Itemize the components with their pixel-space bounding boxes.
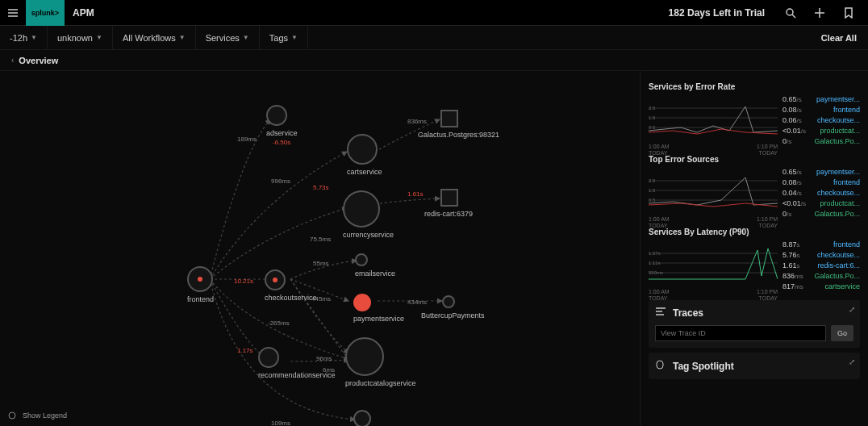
edge-label: 836ms — [407, 118, 427, 125]
svg-text:1.11s: 1.11s — [649, 261, 661, 265]
add-icon[interactable] — [808, 2, 831, 24]
edge-label: 10.21s — [234, 278, 253, 285]
metric-row[interactable]: <0.01/sproductcat... — [782, 198, 860, 209]
edge-label: -265ms — [268, 320, 290, 327]
node-paymentservice[interactable]: paymentservice — [353, 294, 404, 323]
panel-error-sources-title: Top Error Sources — [649, 155, 860, 164]
edge-label: 1.61s — [407, 190, 424, 198]
sparkline-latency[interactable]: 1.67s1.11s550ms 1:00 AM1:10 PM TODAYTODA… — [649, 240, 778, 286]
edge-label: 109ms — [271, 420, 290, 426]
edge-label: 434ms — [407, 299, 427, 306]
splunk-logo[interactable]: splunk> — [26, 0, 65, 26]
edge-label: 96ms — [316, 355, 332, 362]
svg-text:0.5: 0.5 — [649, 198, 656, 203]
node-emailservice[interactable]: emailservice — [355, 253, 395, 278]
services-filter[interactable]: Services▼ — [196, 26, 260, 50]
filter-bar: -12h▼ unknown▼ All Workflows▼ Services▼ … — [0, 26, 868, 50]
sparkline-error-rate[interactable]: 2.51.50.5 1:00 AM1:10 PM TODAYTODAY — [649, 94, 778, 141]
expand-icon[interactable]: ⤢ — [849, 357, 855, 366]
env-filter[interactable]: unknown▼ — [48, 26, 113, 50]
svg-text:1.67s: 1.67s — [649, 251, 661, 256]
svg-text:2.5: 2.5 — [649, 106, 656, 111]
panel-error-rate-title: Services by Error Rate — [649, 82, 860, 91]
node-recommendationservice[interactable]: recommendationservice — [258, 347, 336, 379]
svg-text:0.5: 0.5 — [649, 125, 656, 130]
topbar: splunk> APM 182 Days Left in Trial — [0, 0, 868, 26]
search-icon[interactable] — [779, 2, 802, 24]
sparkline-error-sources[interactable]: 2.51.50.5 1:00 AM1:10 PM TODAYTODAY — [649, 167, 778, 214]
metric-row[interactable]: 0/sGalactus.Po... — [782, 209, 860, 219]
edge-label: 75.5ms — [310, 236, 331, 243]
node-adservice[interactable]: adservice — [266, 105, 298, 137]
subheader: ‹ Overview — [0, 50, 868, 71]
metric-list-latency: 8.87sfrontend5.76scheckoutse...1.61sredi… — [782, 240, 860, 292]
metric-list-error-rate: 0.65/spaymentser...0.08/sfrontend0.06/sc… — [782, 94, 860, 147]
edge-label: 1.17s — [237, 347, 253, 354]
tag-spotlight-panel: ⤢ Tag Spotlight — [649, 353, 860, 379]
metric-row[interactable]: 0.65/spaymentser... — [782, 167, 860, 178]
node-redis[interactable]: redis-cart:6379 — [440, 189, 473, 218]
panel-latency-title: Services By Latency (P90) — [649, 228, 860, 236]
metric-row[interactable]: 1.61sredis-cart:6... — [782, 261, 860, 271]
edge-label: 445ms — [311, 295, 331, 303]
side-panel: Services by Error Rate 2.51.50.5 1:00 AM… — [641, 71, 868, 426]
svg-text:2.5: 2.5 — [649, 178, 656, 183]
node-checkoutservice[interactable]: checkoutservice — [265, 269, 317, 302]
edge-label: 5.73s — [313, 184, 329, 191]
metric-row[interactable]: 5.76scheckoutse... — [782, 250, 860, 261]
metric-row[interactable]: 0.04/scheckoutse... — [782, 188, 860, 198]
metric-row[interactable]: 0.08/sfrontend — [782, 178, 860, 188]
metric-row[interactable]: 0/sGalactus.Po... — [782, 136, 860, 147]
trace-id-input[interactable] — [655, 325, 826, 341]
node-productcatalogservice[interactable]: productcatalogservice — [345, 337, 416, 387]
tag-spotlight-title: Tag Spotlight — [673, 361, 734, 372]
node-frontend[interactable]: frontend — [187, 266, 214, 303]
expand-icon[interactable]: ⤢ — [849, 305, 855, 314]
show-legend[interactable]: Show Legend — [8, 411, 67, 420]
edge-label: 6ms — [323, 366, 335, 374]
clear-all[interactable]: Clear All — [821, 33, 868, 43]
bookmark-icon[interactable] — [837, 2, 860, 24]
traces-panel: ⤢ Traces Go — [649, 300, 860, 348]
metric-row[interactable]: 836msGalactus.Po... — [782, 271, 860, 282]
tag-icon — [655, 359, 666, 373]
node-currencyservice[interactable]: currencyservice — [343, 190, 394, 239]
workflows-filter[interactable]: All Workflows▼ — [113, 26, 196, 50]
node-shippingservice[interactable]: shippingservice — [353, 410, 403, 426]
svg-point-1 — [9, 412, 15, 419]
app-title: APM — [73, 7, 94, 19]
edge-label: 996ms — [271, 178, 290, 185]
edge-label: -6.50s — [273, 139, 290, 146]
svg-text:1.5: 1.5 — [649, 188, 656, 193]
edge-label: 55ms — [313, 260, 329, 267]
node-buttercup[interactable]: ButtercupPayments — [442, 295, 485, 320]
metric-row[interactable]: 817mscartservice — [782, 282, 860, 292]
overview-link[interactable]: Overview — [19, 56, 58, 65]
traces-title: Traces — [673, 307, 703, 319]
metric-row[interactable]: 0.06/scheckoutse... — [782, 115, 860, 126]
time-filter[interactable]: -12h▼ — [0, 26, 48, 50]
metric-row[interactable]: 0.65/spaymentser... — [782, 94, 860, 105]
node-cartservice[interactable]: cartservice — [347, 134, 382, 176]
metric-row[interactable]: <0.01/sproductcat... — [782, 126, 860, 136]
traces-icon — [655, 307, 666, 319]
back-chevron-icon[interactable]: ‹ — [11, 56, 14, 65]
tags-filter[interactable]: Tags▼ — [260, 26, 308, 50]
hamburger-menu[interactable] — [0, 0, 26, 26]
edge-label: 189ms — [237, 136, 257, 143]
trial-banner: 182 Days Left in Trial — [661, 7, 773, 19]
svg-text:550ms: 550ms — [649, 270, 663, 275]
metric-row[interactable]: 0.08/sfrontend — [782, 105, 860, 115]
svg-point-0 — [787, 9, 793, 15]
service-map[interactable]: frontend adservice cartservice currencys… — [0, 71, 641, 426]
node-galactus[interactable]: Galactus.Postgres:98321 — [440, 110, 499, 139]
metric-list-error-sources: 0.65/spaymentser...0.08/sfrontend0.04/sc… — [782, 167, 860, 219]
svg-text:1.5: 1.5 — [649, 115, 656, 120]
go-button[interactable]: Go — [831, 325, 853, 341]
metric-row[interactable]: 8.87sfrontend — [782, 240, 860, 250]
